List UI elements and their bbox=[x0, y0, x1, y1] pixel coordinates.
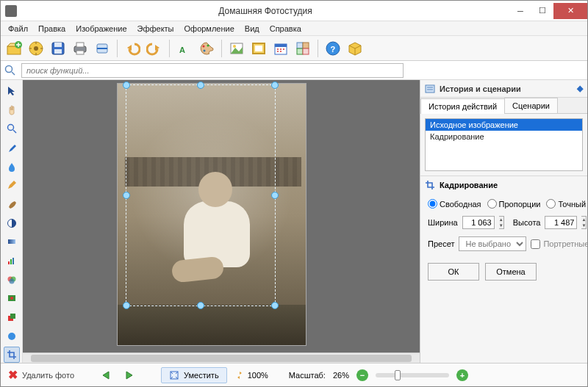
zoom-out-button[interactable]: − bbox=[356, 369, 368, 381]
svg-rect-40 bbox=[12, 258, 14, 264]
calendar-icon[interactable] bbox=[270, 38, 291, 59]
svg-rect-7 bbox=[54, 49, 62, 54]
height-label: Высота bbox=[513, 218, 541, 227]
prev-photo-button[interactable] bbox=[99, 369, 114, 382]
crop-handle[interactable] bbox=[197, 82, 204, 89]
crop-handle[interactable] bbox=[271, 82, 279, 89]
svg-rect-24 bbox=[275, 44, 287, 47]
history-item[interactable]: Исходное изображение bbox=[426, 119, 582, 131]
svg-point-43 bbox=[9, 278, 14, 283]
levels-tool-icon[interactable] bbox=[4, 253, 20, 269]
save-icon[interactable] bbox=[48, 38, 68, 59]
contrast-tool-icon[interactable] bbox=[4, 215, 20, 231]
ok-button[interactable]: ОК bbox=[428, 263, 479, 281]
history-panel-icon bbox=[425, 84, 435, 94]
brush-tool-icon[interactable] bbox=[4, 196, 20, 212]
help-icon[interactable]: ? bbox=[323, 38, 343, 59]
menu-effects[interactable]: Эффекты bbox=[133, 23, 179, 35]
zoom-tool-icon[interactable] bbox=[4, 120, 20, 137]
redeye-tool-icon[interactable] bbox=[4, 290, 20, 306]
menu-image[interactable]: Изображение bbox=[71, 23, 131, 35]
menu-help[interactable]: Справка bbox=[265, 23, 306, 35]
crop-handle[interactable] bbox=[123, 302, 130, 309]
package-icon[interactable] bbox=[345, 38, 365, 59]
crop-handle[interactable] bbox=[271, 302, 279, 309]
redo-icon[interactable] bbox=[144, 38, 165, 59]
menu-edit[interactable]: Правка bbox=[34, 23, 70, 35]
crop-handle[interactable] bbox=[197, 302, 204, 309]
fit-button[interactable]: Уместить bbox=[161, 367, 227, 383]
zoom-slider[interactable] bbox=[376, 373, 449, 377]
preset-label: Пресет bbox=[428, 239, 454, 248]
delete-icon: ✖ bbox=[8, 368, 18, 382]
svg-rect-38 bbox=[8, 261, 10, 264]
svg-rect-26 bbox=[303, 43, 309, 48]
drop-tool-icon[interactable] bbox=[4, 159, 20, 175]
preset-select[interactable]: Не выбрано bbox=[459, 236, 526, 251]
radio-exact[interactable]: Точный размер bbox=[546, 199, 588, 209]
channels-tool-icon[interactable] bbox=[4, 272, 20, 288]
zoom-100-button[interactable]: 100% bbox=[234, 370, 268, 380]
svg-point-48 bbox=[8, 333, 15, 340]
height-input[interactable] bbox=[545, 216, 577, 229]
close-button[interactable]: ✕ bbox=[553, 3, 587, 19]
crop-tool-icon[interactable] bbox=[4, 347, 20, 363]
svg-marker-33 bbox=[8, 87, 15, 95]
collapse-icon[interactable]: ◆ bbox=[577, 84, 583, 93]
scan-icon[interactable] bbox=[92, 38, 112, 59]
cancel-button[interactable]: Отмена bbox=[485, 263, 537, 281]
menu-view[interactable]: Вид bbox=[240, 23, 264, 35]
crop-handle[interactable] bbox=[123, 192, 130, 199]
crop-rectangle[interactable] bbox=[126, 84, 276, 306]
menu-bar: Файл Правка Изображение Эффекты Оформлен… bbox=[1, 21, 587, 36]
tab-scenarios[interactable]: Сценарии bbox=[504, 98, 558, 113]
print-icon[interactable] bbox=[70, 38, 90, 59]
hand-tool-icon[interactable] bbox=[4, 102, 20, 118]
canvas-area[interactable] bbox=[23, 80, 420, 363]
left-toolbar bbox=[1, 80, 23, 363]
height-spinner[interactable]: ▲▼ bbox=[581, 216, 587, 229]
svg-point-4 bbox=[34, 46, 38, 51]
right-panel: История и сценарии ◆ История действий Сц… bbox=[420, 80, 587, 363]
minimize-button[interactable]: ─ bbox=[509, 3, 531, 19]
crop-handle[interactable] bbox=[271, 192, 279, 199]
zoom-in-button[interactable]: + bbox=[456, 369, 468, 381]
image-icon[interactable] bbox=[226, 38, 247, 59]
text-icon[interactable]: A bbox=[174, 38, 195, 59]
search-icon bbox=[4, 64, 17, 77]
tab-history[interactable]: История действий bbox=[420, 98, 505, 114]
history-item[interactable]: Кадрирование bbox=[426, 131, 582, 142]
pencil-tool-icon[interactable] bbox=[4, 177, 20, 193]
next-photo-button[interactable] bbox=[121, 369, 136, 382]
svg-rect-47 bbox=[10, 314, 15, 319]
crop-handle[interactable] bbox=[123, 82, 130, 89]
frame-icon[interactable] bbox=[248, 38, 269, 59]
collage-icon[interactable] bbox=[293, 38, 313, 59]
open-icon[interactable] bbox=[4, 38, 24, 59]
menu-file[interactable]: Файл bbox=[4, 23, 32, 35]
svg-point-32 bbox=[6, 65, 12, 72]
history-list[interactable]: Исходное изображение Кадрирование bbox=[425, 118, 583, 171]
eyedropper-tool-icon[interactable] bbox=[4, 140, 20, 156]
undo-icon[interactable] bbox=[122, 38, 143, 59]
palette-icon[interactable] bbox=[196, 38, 217, 59]
horizontal-scrollbar[interactable] bbox=[23, 352, 420, 363]
radio-free[interactable]: Свободная bbox=[428, 199, 481, 209]
remove-photo-button[interactable]: ✖ Удалить фото bbox=[8, 368, 74, 382]
search-input[interactable] bbox=[21, 63, 404, 78]
radio-proportions[interactable]: Пропорции bbox=[487, 199, 541, 209]
export-icon[interactable] bbox=[26, 38, 46, 59]
layers-tool-icon[interactable] bbox=[4, 309, 20, 325]
portrait-checkbox[interactable]: Портретные bbox=[531, 239, 588, 249]
width-spinner[interactable]: ▲▼ bbox=[499, 216, 504, 229]
gradient-tool-icon[interactable] bbox=[4, 234, 20, 250]
maximize-button[interactable]: ☐ bbox=[531, 3, 553, 19]
pointer-tool-icon[interactable] bbox=[4, 83, 20, 99]
round-tool-icon[interactable] bbox=[4, 328, 20, 344]
svg-marker-35 bbox=[8, 181, 16, 189]
svg-rect-27 bbox=[297, 48, 303, 54]
scale-value: 26% bbox=[333, 371, 349, 380]
svg-point-20 bbox=[233, 45, 236, 48]
menu-design[interactable]: Оформление bbox=[180, 23, 239, 35]
width-input[interactable] bbox=[462, 216, 495, 229]
